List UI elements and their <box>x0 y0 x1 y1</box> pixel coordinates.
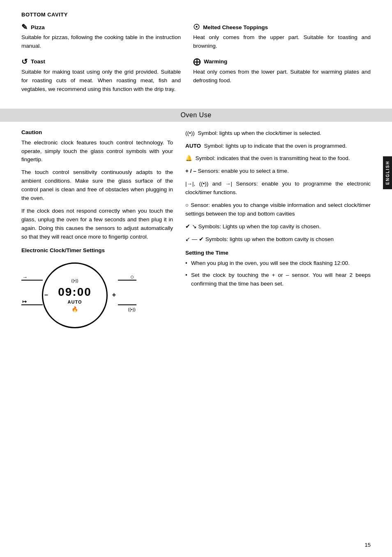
language-bar: ENGLISH <box>383 156 392 189</box>
auto-label-inline: AUTO <box>185 143 201 149</box>
clock-circle: ((•)) 09:00 AUTO 🔥 <box>42 262 108 328</box>
toast-label: Toast <box>31 58 45 65</box>
bottom-cavity-title: BOTTOM CAVITY <box>21 12 371 18</box>
circle-sensor-icon: ○ <box>130 273 134 280</box>
flame-icon: 🔥 <box>71 306 78 312</box>
clock-timer-title: Electronic Clock/Timer Settings <box>21 247 173 253</box>
bullet-item-2: Set the clock by touching the + or – sen… <box>185 271 371 288</box>
info-line-4: + / – Sensors: enable you to select a ti… <box>185 167 371 176</box>
warming-label: Warming <box>204 58 227 65</box>
setting-time-title: Setting the Time <box>185 250 371 256</box>
melted-cheese-heading: ☉ Melted Cheese Toppings <box>193 23 371 31</box>
toast-icon: ↺ <box>21 58 28 65</box>
pizza-text: Suitable for pizzas, following the cooki… <box>21 33 181 51</box>
left-column: ✎ Pizza Suitable for pizzas, following t… <box>21 23 189 101</box>
melted-cheese-label: Melted Cheese Toppings <box>203 24 268 30</box>
radio-wave-right: ((•)) <box>128 307 136 312</box>
oven-use-bar: Oven Use <box>0 109 392 122</box>
info-line-6: ○ Sensor: enables you to change visible … <box>185 201 371 218</box>
caution-para1: The electronic clock features touch cont… <box>21 139 173 165</box>
info-line-2: AUTO Symbol: lights up to indicate that … <box>185 142 371 151</box>
melted-cheese-icon: ☉ <box>193 23 200 31</box>
caution-title: Caution <box>21 129 173 135</box>
warming-text: Heat only comes from the lower part. Sui… <box>193 68 371 85</box>
line-right-bottom <box>118 304 136 305</box>
oven-left-col: Caution The electronic clock features to… <box>21 129 182 337</box>
info-line-1: ((•)) Symbol: lights up when the clock/t… <box>185 129 371 138</box>
pizza-icon: ✎ <box>21 23 28 31</box>
arrow-right-icon-2: ↦ <box>22 299 27 305</box>
pizza-heading: ✎ Pizza <box>21 23 181 31</box>
right-column: ☉ Melted Cheese Toppings Heat only comes… <box>189 23 371 101</box>
radio-wave-top: ((•)) <box>71 278 78 283</box>
clock-auto-label: AUTO <box>68 299 82 304</box>
oven-use-content: Caution The electronic clock features to… <box>21 129 371 337</box>
bell-icon: 🔔 <box>185 155 192 161</box>
clock-diagram: → ↦ ((•)) 09:00 AUTO 🔥 – + ○ ((•)) <box>21 258 136 337</box>
info-line-7: ✔ ↘ Symbols: Lights up when the top cavi… <box>185 223 371 231</box>
warming-heading: ⨁ Warming <box>193 58 371 65</box>
warming-icon: ⨁ <box>193 58 201 65</box>
info-line-8: ↙ — ✔ Symbols: lights up when the bottom… <box>185 235 371 244</box>
oven-use-title: Oven Use <box>180 111 211 118</box>
info-line-3: 🔔 Symbol: indicates that the oven is tra… <box>185 154 371 163</box>
caution-para3: If the clock does not respond correctly … <box>21 207 173 241</box>
toast-text: Suitable for making toast using only the… <box>21 68 181 94</box>
bullet-item-1: When you plug in the oven, you will see … <box>185 259 371 268</box>
minus-sign: – <box>44 291 48 299</box>
page-number: 15 <box>365 542 371 548</box>
plus-minus-label: + / – <box>185 168 196 174</box>
clock-display: 09:00 <box>58 285 92 299</box>
info-line-5: |→|, ((•)) and →| Sensors: enable you to… <box>185 180 371 197</box>
arrow-right-icon-1: → <box>22 274 28 280</box>
section-bottom-cavity: BOTTOM CAVITY ✎ Pizza Suitable for pizza… <box>21 12 371 101</box>
toast-heading: ↺ Toast <box>21 58 181 65</box>
plus-sign: + <box>112 291 116 299</box>
language-label: ENGLISH <box>385 161 390 185</box>
radio-wave-inline: ((•)) <box>185 130 195 136</box>
bottom-cavity-columns: ✎ Pizza Suitable for pizzas, following t… <box>21 23 371 101</box>
oven-right-col: ((•)) Symbol: lights up when the clock/t… <box>182 129 371 337</box>
melted-cheese-text: Heat only comes from the upper part. Sui… <box>193 33 371 51</box>
setting-time-list: When you plug in the oven, you will see … <box>185 259 371 288</box>
page: BOTTOM CAVITY ✎ Pizza Suitable for pizza… <box>0 0 392 557</box>
pizza-label: Pizza <box>31 24 45 30</box>
caution-para2: The touch control sensitivity continuous… <box>21 168 173 203</box>
